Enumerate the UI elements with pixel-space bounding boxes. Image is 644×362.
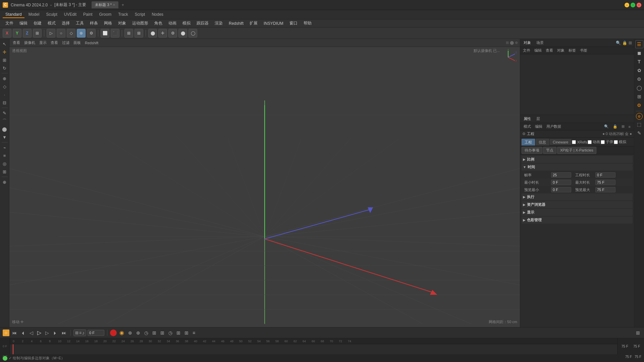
rib-script-icon[interactable]: ✎	[635, 129, 643, 137]
menu-选择[interactable]: 选择	[59, 20, 72, 27]
menu-运动图形[interactable]: 运动图形	[129, 20, 151, 27]
lt-fill[interactable]: ▼	[1, 133, 8, 141]
lt-knife[interactable]: ⌁	[1, 144, 8, 151]
attr-edit[interactable]: 编辑	[534, 124, 544, 129]
frame-input[interactable]	[88, 330, 104, 336]
tc-extra4[interactable]: ⊞	[151, 329, 158, 336]
coord-x-btn[interactable]: X	[3, 29, 11, 38]
menu-动画[interactable]: 动画	[166, 20, 179, 27]
snap-btn[interactable]: ⚙	[87, 29, 96, 38]
tab-close[interactable]: ×	[113, 3, 115, 7]
cam3-btn[interactable]: ⚙	[168, 29, 177, 38]
section-time[interactable]: ▼ 时间	[522, 164, 633, 171]
preset-uvedit[interactable]: UVEdit	[61, 11, 79, 18]
menu-渲染[interactable]: 渲染	[212, 20, 225, 27]
preset-paint[interactable]: Paint	[80, 11, 95, 18]
tc-to-start[interactable]: ⏮	[11, 329, 18, 336]
menu-创建[interactable]: 创建	[31, 20, 44, 27]
menu-INSYDIUM[interactable]: INSYDIUM	[261, 20, 286, 26]
rib-object-icon[interactable]: ☰	[635, 40, 643, 48]
obj-view[interactable]: 查看	[544, 48, 554, 53]
cam5-btn[interactable]: ◯	[189, 29, 197, 38]
tc-extra6[interactable]: ◷	[167, 329, 174, 336]
active-tool-btn[interactable]: ⊕	[77, 29, 86, 38]
lt-paint[interactable]: ⬤	[1, 125, 8, 133]
tab-object[interactable]: 对象	[522, 40, 532, 46]
attr-bullet-check[interactable]: 子弹	[601, 139, 613, 144]
coord-y-btn[interactable]: Y	[13, 29, 21, 38]
menu-角色[interactable]: 角色	[152, 20, 165, 27]
menu-工具[interactable]: 工具	[73, 20, 87, 27]
rib-circle-icon[interactable]: ◯	[635, 84, 643, 92]
attr-userdata[interactable]: 用户数据	[545, 124, 562, 129]
lt-select[interactable]: ↖	[1, 40, 8, 48]
tab-scene[interactable]: 场景	[535, 40, 545, 46]
attr-lock-icon[interactable]: 🔒	[611, 124, 619, 129]
preset-track[interactable]: Track	[115, 11, 131, 18]
obj-edit[interactable]: 编辑	[533, 48, 543, 53]
preset-sculpt[interactable]: Sculpt	[43, 11, 60, 18]
menu-Redshift[interactable]: Redshift	[226, 20, 246, 26]
tc-extra9[interactable]: ≡	[191, 329, 197, 336]
attr-search-icon[interactable]: 🔍	[603, 124, 610, 129]
project-len-input[interactable]	[595, 172, 615, 178]
record-btn[interactable]: ○	[57, 29, 65, 38]
menu-文件[interactable]: 文件	[3, 20, 16, 27]
lt-move[interactable]: ✛	[1, 48, 8, 56]
attr-xrefs-check[interactable]: XRefs	[572, 140, 587, 144]
preview-min-input[interactable]	[551, 187, 571, 192]
rib-text-icon[interactable]: T	[635, 58, 643, 66]
tc-record-btn[interactable]	[110, 329, 117, 336]
ast-xp[interactable]: XP粒子 | X-Particles	[557, 147, 596, 154]
attr-tab-info[interactable]: 信息	[536, 139, 549, 145]
tab-current[interactable]: 未标题 3 * ×	[92, 1, 118, 8]
rib-gear-icon[interactable]: ⚙	[635, 75, 643, 83]
obj-file[interactable]: 文件	[522, 48, 532, 53]
menu-跟踪器[interactable]: 跟踪器	[194, 20, 211, 27]
obj-bookmark[interactable]: 书签	[579, 48, 589, 53]
tc-extra5[interactable]: ⊞	[159, 329, 166, 336]
tc-extra2[interactable]: ⊕	[135, 329, 142, 336]
timeline-track[interactable]	[10, 344, 617, 354]
tc-extra7[interactable]: ⊞	[175, 329, 182, 336]
tab-layers[interactable]: 层	[535, 116, 541, 122]
lt-weld[interactable]: ◎	[1, 160, 8, 167]
section-asset[interactable]: ▶ 资产浏览器	[522, 201, 633, 208]
lt-rotate[interactable]: ↻	[1, 64, 8, 72]
lt-more[interactable]: ⊕	[1, 178, 8, 186]
ast-nodes[interactable]: 节点	[543, 147, 556, 154]
fps-input[interactable]	[551, 172, 571, 178]
tc-mode1[interactable]: ⊞	[75, 330, 78, 335]
lt-edge[interactable]: ⊟	[1, 99, 8, 106]
menu-模拟[interactable]: 模拟	[180, 20, 193, 27]
rib-flower-icon[interactable]: ✿	[635, 66, 643, 74]
attr-tab-cineware[interactable]: Cineware	[550, 139, 571, 145]
attr-tab-project[interactable]: 工程	[522, 139, 535, 145]
tab-properties[interactable]: 属性	[522, 116, 532, 122]
section-display[interactable]: ▶ 显示	[522, 209, 633, 216]
coord-z-btn[interactable]: Z	[23, 29, 32, 38]
ast-todo[interactable]: 待办事项	[522, 147, 542, 154]
section-execute[interactable]: ▶ 执行	[522, 193, 633, 200]
tc-extra3[interactable]: ◷	[143, 329, 150, 336]
lt-live-select[interactable]: ⊕	[1, 75, 8, 82]
close-button[interactable]: ×	[637, 3, 641, 7]
lt-pen[interactable]: ✎	[1, 109, 8, 117]
section-color[interactable]: ▶ 色彩管理	[522, 217, 633, 224]
preset-standard[interactable]: Standard	[3, 11, 24, 18]
tc-extra1[interactable]: ⊕	[127, 329, 133, 336]
menu-扩展[interactable]: 扩展	[247, 20, 260, 27]
obj-link[interactable]: ⊞	[629, 41, 632, 45]
key-btn[interactable]: ◇	[67, 29, 75, 38]
tc-mode2[interactable]: ≡	[79, 330, 82, 335]
menu-模式[interactable]: 模式	[45, 20, 58, 27]
attr-link-icon[interactable]: ⊞	[620, 124, 626, 129]
lt-measure[interactable]: ≡	[1, 152, 8, 159]
grid2-btn[interactable]: ⊞	[135, 29, 143, 38]
attr-mode[interactable]: 模式	[522, 124, 532, 129]
lt-magnet[interactable]: ⊞	[1, 168, 8, 175]
coord-extra-btn[interactable]: ⊞	[33, 29, 42, 38]
attr-sim-check[interactable]: 模拟	[614, 139, 626, 144]
attr-more-icon[interactable]: ≡	[627, 124, 632, 129]
menu-对象[interactable]: 对象	[115, 20, 129, 27]
